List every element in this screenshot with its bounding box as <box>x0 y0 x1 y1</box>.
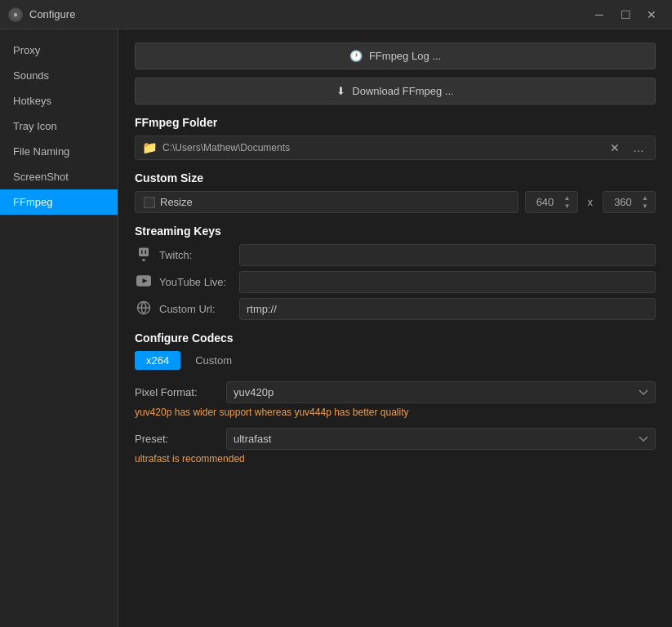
sidebar-item-file-naming[interactable]: File Naming <box>0 139 118 164</box>
custom-url-label: Custom Url: <box>159 303 233 315</box>
download-ffmpeg-label: Download FFmpeg ... <box>352 85 453 97</box>
custom-size-title: Custom Size <box>135 171 656 185</box>
download-ffmpeg-button[interactable]: ⬇ Download FFmpeg ... <box>135 78 656 104</box>
download-icon: ⬇ <box>336 85 345 97</box>
pixel-format-label: Pixel Format: <box>135 386 216 398</box>
custom-size-row: Resize 640 ▲ ▼ x 360 ▲ ▼ <box>135 191 656 213</box>
preset-hint: ultrafast is recommended <box>135 453 656 465</box>
youtube-icon <box>135 275 153 290</box>
main-content: 🕐 FFmpeg Log ... ⬇ Download FFmpeg ... F… <box>118 29 672 627</box>
globe-icon <box>135 300 153 318</box>
titlebar: ● Configure ─ ☐ ✕ <box>0 0 672 29</box>
streaming-keys-title: Streaming Keys <box>135 225 656 238</box>
svg-rect-0 <box>139 247 149 256</box>
folder-icon: 📁 <box>142 140 158 155</box>
svg-rect-2 <box>141 250 143 254</box>
close-button[interactable]: ✕ <box>639 3 664 26</box>
ffmpeg-log-label: FFmpeg Log ... <box>369 50 441 62</box>
resize-checkbox[interactable] <box>144 197 155 208</box>
svg-rect-3 <box>145 250 147 254</box>
sidebar-item-tray-icon[interactable]: Tray Icon <box>0 113 118 139</box>
clock-icon: 🕐 <box>349 50 363 62</box>
x-separator: x <box>588 196 594 208</box>
custom-url-input[interactable] <box>239 298 656 320</box>
pixel-format-select[interactable]: yuv420p yuv444p <box>226 381 656 403</box>
pixel-format-row: Pixel Format: yuv420p yuv444p <box>135 381 656 403</box>
height-up-button[interactable]: ▲ <box>640 194 650 202</box>
twitch-label: Twitch: <box>159 249 233 261</box>
width-down-button[interactable]: ▼ <box>563 202 572 210</box>
sidebar-item-sounds[interactable]: Sounds <box>0 63 118 88</box>
ffmpeg-folder-path: C:\Users\Mathew\Documents <box>162 142 601 153</box>
ffmpeg-log-button[interactable]: 🕐 FFmpeg Log ... <box>135 42 656 69</box>
resize-label: Resize <box>160 196 193 208</box>
codec-tabs: x264 Custom <box>135 351 656 370</box>
preset-select[interactable]: ultrafast superfast veryfast faster fast… <box>226 428 656 450</box>
sidebar: Proxy Sounds Hotkeys Tray Icon File Nami… <box>0 29 118 627</box>
sidebar-item-screenshot[interactable]: ScreenShot <box>0 164 118 189</box>
preset-label: Preset: <box>135 433 216 445</box>
more-folder-button[interactable]: … <box>629 140 648 156</box>
resize-toggle[interactable]: Resize <box>135 191 518 213</box>
svg-marker-1 <box>143 259 145 261</box>
sidebar-item-hotkeys[interactable]: Hotkeys <box>0 88 118 113</box>
configure-codecs-title: Configure Codecs <box>135 331 656 345</box>
width-input-group: 640 ▲ ▼ <box>525 191 578 213</box>
youtube-label: YouTube Live: <box>159 276 233 288</box>
app-body: Proxy Sounds Hotkeys Tray Icon File Nami… <box>0 29 672 627</box>
youtube-row: YouTube Live: <box>135 271 656 293</box>
ffmpeg-folder-row: 📁 C:\Users\Mathew\Documents ✕ … <box>135 136 656 160</box>
codec-tab-x264[interactable]: x264 <box>135 351 180 370</box>
sidebar-item-proxy[interactable]: Proxy <box>0 38 118 63</box>
twitch-row: Twitch: <box>135 244 656 266</box>
window-title: Configure <box>29 8 587 20</box>
width-value: 640 <box>531 196 560 208</box>
ffmpeg-folder-title: FFmpeg Folder <box>135 116 656 129</box>
maximize-button[interactable]: ☐ <box>613 3 638 26</box>
pixel-format-hint: yuv420p has wider support whereas yuv444… <box>135 407 656 418</box>
twitch-icon <box>135 247 153 265</box>
preset-row: Preset: ultrafast superfast veryfast fas… <box>135 428 656 450</box>
custom-url-row: Custom Url: <box>135 298 656 320</box>
height-down-button[interactable]: ▼ <box>640 202 650 210</box>
sidebar-item-ffmpeg[interactable]: FFmpeg <box>0 189 118 215</box>
codec-tab-custom[interactable]: Custom <box>184 351 243 370</box>
height-input-group: 360 ▲ ▼ <box>603 191 656 213</box>
height-value: 360 <box>608 196 638 208</box>
window-controls: ─ ☐ ✕ <box>587 3 664 26</box>
minimize-button[interactable]: ─ <box>587 3 612 26</box>
twitch-input[interactable] <box>239 244 656 266</box>
youtube-input[interactable] <box>239 271 656 293</box>
width-spinner: ▲ ▼ <box>563 194 572 210</box>
clear-folder-button[interactable]: ✕ <box>606 140 624 156</box>
width-up-button[interactable]: ▲ <box>563 194 572 202</box>
height-spinner: ▲ ▼ <box>640 194 650 210</box>
app-icon: ● <box>8 7 23 22</box>
